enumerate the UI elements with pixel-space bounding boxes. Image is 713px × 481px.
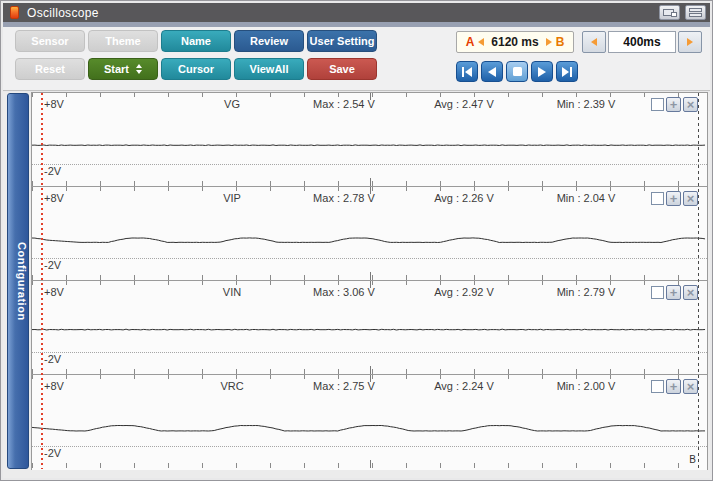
user-setting-button[interactable]: User Setting [307,30,377,52]
channel-max: Max : 3.06 V [278,286,410,298]
toolbar: Sensor Theme Name Review User Setting Re… [3,27,710,91]
channel-max: Max : 2.54 V [278,98,410,110]
channel-checkbox[interactable] [651,380,664,393]
chart-area: Configuration +8V VG Max : 2.54 V Avg : … [3,92,710,478]
range-a-marker-icon [478,38,484,46]
channel-panel-vg: +8V VG Max : 2.54 V Avg : 2.47 V Min : 2… [32,92,707,186]
channel-max: Max : 2.78 V [278,192,410,204]
name-button[interactable]: Name [161,30,231,52]
scale-min-label: -2V [44,447,61,459]
stop-button[interactable] [506,61,528,82]
configuration-tab[interactable]: Configuration [7,93,29,469]
range-value: 6120 ms [488,35,541,49]
timebase-decrease-button[interactable] [582,31,606,53]
start-spinner-icon [136,64,142,74]
channel-avg: Avg : 2.24 V [404,380,524,392]
sensor-button[interactable]: Sensor [15,30,85,52]
review-button[interactable]: Review [234,30,304,52]
skip-to-end-button[interactable] [556,61,578,82]
zero-gridline [32,352,707,353]
channel-avg: Avg : 2.92 V [404,286,524,298]
channel-min: Min : 2.79 V [526,286,646,298]
channel-name: VG [192,98,272,110]
zero-gridline [32,446,707,447]
range-b-label: B [556,35,565,49]
restore-window-icon[interactable] [659,5,680,20]
back-icon [487,67,497,77]
zero-gridline [32,164,707,165]
oscilloscope-window: Oscilloscope Sensor Theme Name Review Us… [0,0,713,481]
reset-button[interactable]: Reset [15,58,85,80]
channel-checkbox[interactable] [651,286,664,299]
channel-name: VIN [192,286,272,298]
channel-checkbox[interactable] [651,192,664,205]
cursor-a-line[interactable] [41,93,43,469]
channel-close-button[interactable]: × [683,285,698,300]
skip-to-start-button[interactable] [456,61,478,82]
scale-min-label: -2V [44,165,61,177]
start-button[interactable]: Start [88,58,158,80]
cursor-b-line[interactable] [698,93,699,469]
channel-max: Max : 2.75 V [278,380,410,392]
ab-range-display[interactable]: A 6120 ms B [456,31,574,53]
playback-controls [456,61,578,82]
scale-max-label: +8V [44,192,64,204]
scale-max-label: +8V [44,286,64,298]
theme-button[interactable]: Theme [88,30,158,52]
channel-close-button[interactable]: × [683,379,698,394]
channel-zoom-button[interactable]: + [666,191,681,206]
channel-zoom-button[interactable]: + [666,97,681,112]
skip-end-icon [561,67,573,77]
channel-min: Min : 2.04 V [526,192,646,204]
start-button-label: Start [104,63,129,75]
range-a-label: A [466,35,475,49]
zero-gridline [32,258,707,259]
play-icon [537,67,547,77]
left-arrow-icon [591,38,597,46]
channel-panel-vin: +8V VIN Max : 3.06 V Avg : 2.92 V Min : … [32,280,707,374]
scale-max-label: +8V [44,380,64,392]
app-icon [10,6,19,19]
channel-avg: Avg : 2.47 V [404,98,524,110]
scale-min-label: -2V [44,353,61,365]
channel-panels: +8V VG Max : 2.54 V Avg : 2.47 V Min : 2… [31,92,708,470]
step-back-button[interactable] [481,61,503,82]
window-title: Oscilloscope [27,6,99,20]
scale-min-label: -2V [44,259,61,271]
channel-panel-vrc: +8V VRC Max : 2.75 V Avg : 2.24 V Min : … [32,374,707,468]
range-b-marker-icon [546,38,552,46]
scale-max-label: +8V [44,98,64,110]
stop-icon [513,67,522,76]
channel-zoom-button[interactable]: + [666,285,681,300]
channel-min: Min : 2.00 V [526,380,646,392]
cursor-b-label: B [689,454,696,465]
titlebar: Oscilloscope [3,3,710,22]
channel-min: Min : 2.39 V [526,98,646,110]
save-button[interactable]: Save [307,58,377,80]
timebase-value: 400ms [608,31,676,53]
channel-close-button[interactable]: × [683,97,698,112]
channel-close-button[interactable]: × [683,191,698,206]
skip-start-icon [461,67,473,77]
play-button[interactable] [531,61,553,82]
tile-windows-icon[interactable] [685,5,706,20]
timebase-increase-button[interactable] [678,31,702,53]
viewall-button[interactable]: ViewAll [234,58,304,80]
channel-checkbox[interactable] [651,98,664,111]
channel-name: VIP [192,192,272,204]
cursor-button[interactable]: Cursor [161,58,231,80]
channel-name: VRC [192,380,272,392]
channel-zoom-button[interactable]: + [666,379,681,394]
channel-avg: Avg : 2.26 V [404,192,524,204]
right-arrow-icon [687,38,693,46]
channel-panel-vip: +8V VIP Max : 2.78 V Avg : 2.26 V Min : … [32,186,707,280]
